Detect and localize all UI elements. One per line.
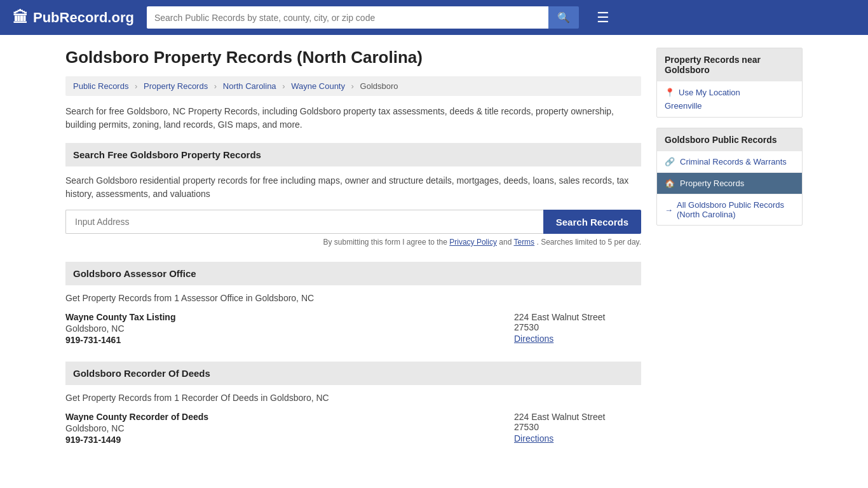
assessor-office-zip: 27530 [514, 322, 641, 332]
assessor-directions-link[interactable]: Directions [514, 334, 553, 344]
recorder-office-phone: 919-731-1449 [65, 435, 489, 445]
logo-text: PubRecord.org [33, 10, 134, 26]
content-area: Goldsboro Property Records (North Caroli… [65, 48, 641, 461]
breadcrumb-goldsboro: Goldsboro [360, 81, 398, 91]
breadcrumb-sep-2: › [214, 81, 217, 91]
sidebar-item-property-records[interactable]: 🏠 Property Records [657, 173, 802, 194]
address-search-input[interactable] [65, 210, 543, 234]
breadcrumb-public-records[interactable]: Public Records [73, 81, 128, 91]
pin-icon: 📍 [665, 88, 675, 97]
recorder-office-address: 224 East Walnut Street [514, 412, 641, 422]
assessor-office-entry: Wayne County Tax Listing Goldsboro, NC 9… [65, 312, 641, 346]
assessor-office-city: Goldsboro, NC [65, 323, 489, 334]
main-container: Goldsboro Property Records (North Caroli… [53, 35, 815, 474]
page-description: Search for free Goldsboro, NC Property R… [65, 105, 641, 132]
recorder-office-name: Wayne County Recorder of Deeds [65, 412, 489, 422]
arrow-icon: → [665, 205, 673, 215]
global-search-button[interactable]: 🔍 [548, 6, 579, 29]
recorder-description: Get Property Records from 1 Recorder Of … [65, 393, 641, 403]
sidebar-nearby-header: Property Records near Goldsboro [657, 48, 802, 81]
privacy-policy-link[interactable]: Privacy Policy [449, 238, 497, 247]
link-icon: 🔗 [665, 157, 675, 166]
breadcrumb-sep-1: › [135, 81, 137, 91]
use-my-location-item[interactable]: 📍 Use My Location [665, 88, 794, 97]
breadcrumb-sep-3: › [282, 81, 285, 91]
search-icon: 🔍 [557, 12, 570, 23]
sidebar-nearby-box: Property Records near Goldsboro 📍 Use My… [656, 48, 803, 118]
assessor-office-right: 224 East Walnut Street 27530 Directions [514, 312, 641, 346]
recorder-office-zip: 27530 [514, 422, 641, 432]
recorder-section: Goldsboro Recorder Of Deeds Get Property… [65, 362, 641, 446]
search-description: Search Goldsboro residential property re… [65, 174, 641, 201]
site-header: 🏛 PubRecord.org 🔍 ☰ [0, 0, 868, 35]
breadcrumb-wayne-county[interactable]: Wayne County [291, 81, 345, 91]
header-search-wrap: 🔍 [147, 6, 579, 29]
hamburger-menu-button[interactable]: ☰ [597, 10, 609, 26]
assessor-office-address: 224 East Walnut Street [514, 312, 641, 322]
terms-link[interactable]: Terms [513, 238, 534, 247]
assessor-office-left: Wayne County Tax Listing Goldsboro, NC 9… [65, 312, 489, 346]
assessor-description: Get Property Records from 1 Assessor Off… [65, 293, 641, 303]
breadcrumb: Public Records › Property Records › Nort… [65, 76, 641, 96]
sidebar: Property Records near Goldsboro 📍 Use My… [656, 48, 803, 461]
recorder-office-right: 224 East Walnut Street 27530 Directions [514, 412, 641, 446]
recorder-office-left: Wayne County Recorder of Deeds Goldsboro… [65, 412, 489, 446]
sidebar-all-records-link[interactable]: → All Goldsboro Public Records (North Ca… [657, 194, 802, 225]
global-search-input[interactable] [147, 6, 548, 29]
use-location-label: Use My Location [679, 88, 740, 97]
sidebar-public-header: Goldsboro Public Records [657, 128, 802, 151]
search-section-header: Search Free Goldsboro Property Records [65, 143, 641, 166]
sidebar-item-criminal-records[interactable]: 🔗 Criminal Records & Warrants [657, 151, 802, 173]
sidebar-public-box: Goldsboro Public Records 🔗 Criminal Reco… [656, 128, 803, 226]
sidebar-greenville-link[interactable]: Greenville [665, 101, 794, 111]
breadcrumb-property-records[interactable]: Property Records [144, 81, 208, 91]
assessor-office-name: Wayne County Tax Listing [65, 312, 489, 322]
property-records-label: Property Records [680, 179, 744, 188]
criminal-records-label: Criminal Records & Warrants [680, 157, 787, 166]
menu-icon: ☰ [597, 10, 609, 25]
recorder-office-row: Wayne County Recorder of Deeds Goldsboro… [65, 412, 641, 446]
sidebar-nearby-body: 📍 Use My Location Greenville [657, 81, 802, 117]
assessor-office-row: Wayne County Tax Listing Goldsboro, NC 9… [65, 312, 641, 346]
assessor-section-header: Goldsboro Assessor Office [65, 262, 641, 285]
form-disclaimer: By submitting this form I agree to the P… [65, 238, 641, 247]
recorder-section-header: Goldsboro Recorder Of Deeds [65, 362, 641, 385]
breadcrumb-north-carolina[interactable]: North Carolina [223, 81, 276, 91]
search-records-button[interactable]: Search Records [543, 210, 641, 234]
search-section: Search Free Goldsboro Property Records S… [65, 143, 641, 247]
all-records-label: All Goldsboro Public Records (North Caro… [677, 200, 794, 219]
recorder-directions-link[interactable]: Directions [514, 433, 553, 444]
assessor-section: Goldsboro Assessor Office Get Property R… [65, 262, 641, 346]
home-icon: 🏠 [665, 179, 675, 188]
site-logo[interactable]: 🏛 PubRecord.org [13, 9, 134, 27]
logo-icon: 🏛 [13, 9, 28, 27]
recorder-office-city: Goldsboro, NC [65, 423, 489, 433]
recorder-office-entry: Wayne County Recorder of Deeds Goldsboro… [65, 412, 641, 446]
breadcrumb-sep-4: › [351, 81, 354, 91]
assessor-office-phone: 919-731-1461 [65, 335, 489, 345]
page-title: Goldsboro Property Records (North Caroli… [65, 48, 641, 67]
search-form-row: Search Records [65, 210, 641, 234]
